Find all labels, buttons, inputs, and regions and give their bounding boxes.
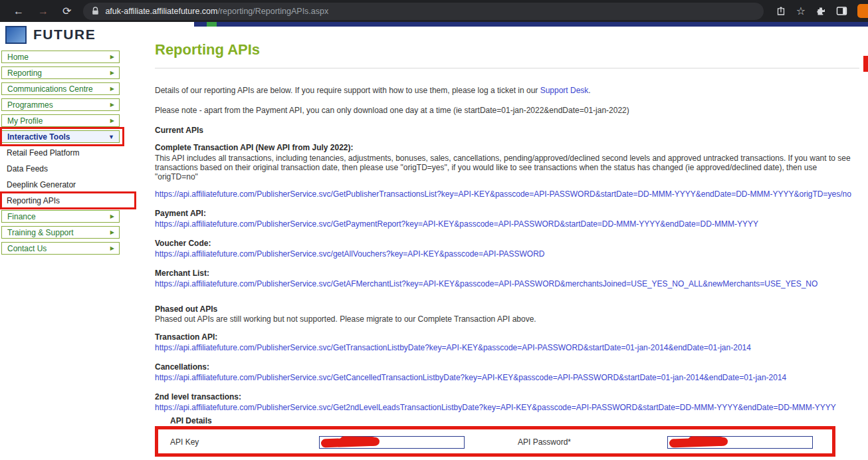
logo-mark-icon (5, 26, 27, 44)
redaction-scribble (669, 437, 728, 447)
annotation-edge-mark (863, 56, 868, 72)
sidebar-item-label: Home (7, 53, 29, 62)
sidebar-item-contact-us[interactable]: Contact Us ▶ (1, 242, 120, 255)
api-details-heading: API Details (170, 416, 837, 425)
api-section-transaction: Transaction API: https://api.affiliatefu… (155, 332, 859, 352)
api-section-heading: Merchant List: (155, 269, 859, 278)
api-section-2nd-level: 2nd level transactions: https://api.affi… (155, 392, 859, 412)
chevron-down-icon: ▼ (108, 134, 114, 140)
chevron-right-icon: ▶ (110, 102, 114, 108)
page-title: Reporting APIs (155, 41, 859, 58)
url-path: /reporting/ReportingAPIs.aspx (217, 7, 328, 16)
reload-icon[interactable]: ⟳ (62, 6, 71, 17)
api-section-merchant-list: Merchant List: https://api.affiliatefutu… (155, 269, 859, 288)
sidebar-item-data-feeds[interactable]: Data Feeds (1, 162, 120, 175)
api-section-heading: Payment API: (155, 209, 859, 218)
sidebar-item-label: Finance (7, 212, 36, 221)
back-icon[interactable]: ← (13, 6, 24, 17)
site-topnav-strip (194, 22, 868, 27)
chevron-right-icon: ▶ (110, 86, 114, 92)
sidebar-item-home[interactable]: Home ▶ (1, 51, 120, 63)
api-section-complete-transaction: Complete Transaction API (New API from J… (155, 143, 859, 199)
sidebar-item-finance[interactable]: Finance ▶ (1, 210, 120, 223)
api-section-payment: Payment API: https://api.affiliatefuture… (155, 209, 859, 229)
profile-avatar[interactable] (857, 4, 868, 18)
api-section-heading: Complete Transaction API (New API from J… (155, 143, 859, 152)
current-apis-heading: Current APIs (155, 126, 859, 135)
bookmark-star-icon[interactable]: ☆ (796, 5, 806, 17)
phased-apis-heading: Phased out APIs (155, 304, 859, 314)
sidebar-item-label: Communications Centre (7, 84, 93, 94)
main-content: Reporting APIs Details of our reporting … (155, 39, 859, 422)
sidebar: Home ▶ Reporting ▶ Communications Centre… (1, 51, 120, 258)
api-url-link[interactable]: https://api.affiliatefuture.com/Publishe… (155, 249, 859, 259)
sidebar-item-label: Training & Support (7, 228, 74, 237)
logo-text: FUTURE (33, 27, 96, 43)
divider (155, 68, 859, 68)
api-url-link[interactable]: https://api.affiliatefuture.com/Publishe… (155, 343, 859, 352)
share-icon[interactable] (776, 6, 786, 17)
sidebar-item-programmes[interactable]: Programmes ▶ (1, 98, 120, 111)
api-details-section: API Details API Key API Password* (155, 416, 837, 455)
api-section-heading: Transaction API: (155, 332, 859, 342)
api-url-link[interactable]: https://api.affiliatefuture.com/Publishe… (155, 403, 859, 412)
intro-text: Details of our reporting APIs are below.… (155, 86, 859, 95)
browser-chrome: ← → ⟳ afuk-affiliate.affiliatefuture.com… (0, 0, 868, 22)
api-url-link[interactable]: https://api.affiliatefuture.com/Publishe… (155, 189, 859, 199)
sidebar-subitem-label: Reporting APIs (7, 196, 60, 205)
api-key-label: API Key (170, 437, 319, 447)
chevron-right-icon: ▶ (110, 70, 114, 76)
extensions-puzzle-icon[interactable] (815, 6, 826, 17)
api-credentials-row: API Key API Password* (155, 429, 837, 455)
redaction-scribble (321, 437, 380, 447)
support-desk-link[interactable]: Support Desk (540, 86, 589, 95)
sidebar-item-reporting[interactable]: Reporting ▶ (1, 66, 120, 79)
sidebar-item-interactive-tools[interactable]: Interactive Tools ▼ (1, 130, 120, 143)
sidebar-item-label: Contact Us (7, 244, 47, 253)
sidebar-subitem-label: Deeplink Generator (7, 180, 76, 189)
api-section-heading: Cancellations: (155, 362, 859, 372)
chevron-right-icon: ▶ (110, 54, 114, 60)
sidebar-item-reporting-apis[interactable]: Reporting APIs (1, 194, 120, 207)
sidebar-item-label: My Profile (7, 116, 43, 126)
api-section-cancellations: Cancellations: https://api.affiliatefutu… (155, 362, 859, 382)
sidebar-item-label: Reporting (7, 68, 42, 78)
chevron-right-icon: ▶ (110, 229, 114, 235)
site-topnav-accent (207, 22, 217, 27)
sidebar-subitem-label: Data Feeds (7, 164, 48, 173)
sidebar-item-my-profile[interactable]: My Profile ▶ (1, 114, 120, 127)
sidebar-item-communications-centre[interactable]: Communications Centre ▶ (1, 82, 120, 95)
lock-icon (92, 7, 99, 15)
api-url-link[interactable]: https://api.affiliatefuture.com/Publishe… (155, 219, 859, 229)
phased-apis-note: Phased out APIs are still working but no… (155, 314, 859, 324)
chevron-right-icon: ▶ (110, 118, 114, 124)
sidebar-subitem-label: Retail Feed Platform (7, 148, 79, 158)
sidebar-item-label: Programmes (7, 100, 53, 110)
sidebar-item-deeplink-generator[interactable]: Deeplink Generator (1, 178, 120, 191)
note-text: Please note - apart from the Payment API… (155, 106, 859, 115)
api-section-heading: 2nd level transactions: (155, 392, 859, 402)
chevron-right-icon: ▶ (110, 213, 114, 219)
api-section-description: This API includes all transactions, incl… (155, 154, 859, 181)
sidebar-item-training-support[interactable]: Training & Support ▶ (1, 226, 120, 239)
api-section-voucher-code: Voucher Code: https://api.affiliatefutur… (155, 239, 859, 259)
sidebar-item-retail-feed-platform[interactable]: Retail Feed Platform (1, 146, 120, 159)
api-url-link[interactable]: https://api.affiliatefuture.com/Publishe… (155, 373, 859, 382)
api-url-link[interactable]: https://api.affiliatefuture.com/Publishe… (155, 279, 859, 288)
chevron-right-icon: ▶ (110, 245, 114, 251)
side-panel-icon[interactable] (836, 6, 847, 16)
url-text: afuk-affiliate.affiliatefuture.com/repor… (105, 7, 328, 16)
api-password-label: API Password* (518, 437, 667, 447)
address-bar[interactable]: afuk-affiliate.affiliatefuture.com/repor… (83, 3, 763, 20)
url-host: afuk-affiliate.affiliatefuture.com (105, 7, 217, 16)
api-section-heading: Voucher Code: (155, 239, 859, 248)
forward-icon[interactable]: → (38, 6, 49, 17)
site-logo[interactable]: FUTURE (5, 23, 96, 47)
sidebar-item-label: Interactive Tools (7, 132, 70, 142)
